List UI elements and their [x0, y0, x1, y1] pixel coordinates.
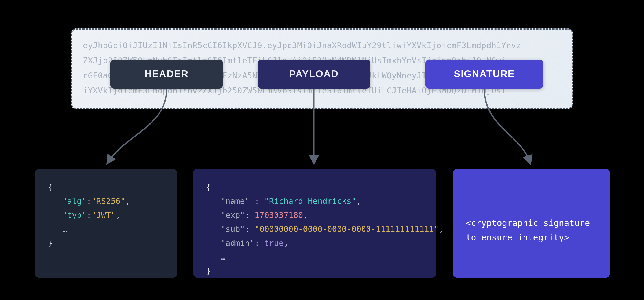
decoded-signature-box: <cryptographic signature to ensure integ… [453, 169, 610, 278]
decoded-header-box: { "alg":"RS256", "typ":"JWT", … } [35, 169, 177, 278]
payload-key-name: "name" [221, 196, 250, 206]
payload-val-exp: 1703037180 [255, 210, 303, 220]
payload-key-sub: "sub" [221, 224, 245, 234]
label-payload: PAYLOAD [258, 60, 370, 89]
token-line-1: eyJhbGciOiJIUzI1NiIsInR5cCI6IkpXVCJ9.eyJ… [83, 38, 561, 53]
decoded-payload-box: { "name" : "Richard Hendricks", "exp": 1… [193, 169, 436, 278]
signature-text: <cryptographic signature to ensure integ… [466, 208, 597, 245]
payload-ellipsis: … [221, 252, 225, 262]
payload-key-exp: "exp" [221, 210, 245, 220]
header-key-alg: "alg" [62, 196, 86, 206]
label-header: HEADER [110, 60, 223, 89]
header-val-typ: "JWT" [92, 210, 116, 220]
payload-val-admin: true [264, 238, 284, 248]
label-signature: SIGNATURE [425, 60, 543, 89]
payload-key-admin: "admin" [221, 238, 254, 248]
payload-val-name: "Richard Hendricks" [264, 196, 356, 206]
payload-val-sub: "00000000-0000-0000-0000-111111111111" [255, 224, 439, 234]
header-ellipsis: … [62, 224, 67, 234]
header-val-alg: "RS256" [92, 196, 125, 206]
header-key-typ: "typ" [62, 210, 86, 220]
